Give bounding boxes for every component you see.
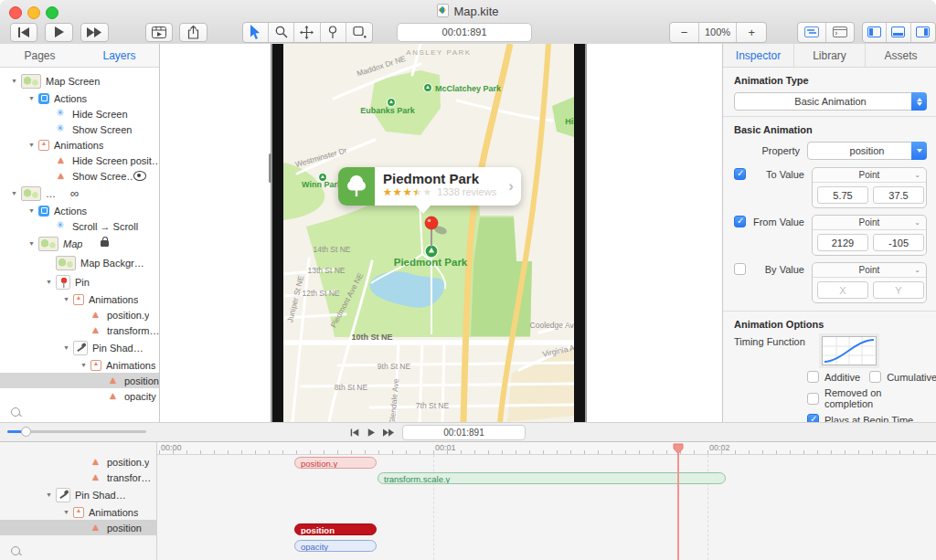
tab-layers[interactable]: Layers bbox=[80, 44, 159, 67]
toggle-right-panel-button[interactable] bbox=[911, 23, 935, 42]
callout-chevron-icon[interactable]: › bbox=[508, 177, 514, 195]
shape-tool[interactable] bbox=[346, 23, 372, 42]
pin-tool[interactable] bbox=[321, 23, 346, 42]
timing-function-curve[interactable] bbox=[822, 336, 877, 365]
slider-knob[interactable] bbox=[21, 427, 31, 437]
playhead-line[interactable] bbox=[677, 453, 679, 560]
by-value-y-field[interactable] bbox=[873, 281, 924, 299]
to-value-y-field[interactable] bbox=[873, 186, 924, 204]
zoom-in-button[interactable]: + bbox=[737, 23, 766, 42]
animation-bar[interactable]: position.y bbox=[294, 457, 377, 469]
zoom-level[interactable]: 100% bbox=[699, 23, 737, 42]
move-tool[interactable] bbox=[294, 23, 320, 42]
layer-row[interactable]: ▼Animations bbox=[0, 357, 159, 373]
disclosure-triangle-icon[interactable]: ▼ bbox=[11, 78, 21, 84]
titlebar[interactable]: Map.kite bbox=[0, 0, 936, 20]
from-value-y-field[interactable] bbox=[873, 234, 924, 251]
zoom-out-button[interactable]: − bbox=[670, 23, 699, 42]
mini-time-display[interactable]: 00:01:891 bbox=[402, 425, 526, 440]
layer-row[interactable]: ▼Map Screen bbox=[0, 71, 159, 90]
fast-forward-button[interactable] bbox=[80, 23, 109, 42]
disclosure-triangle-icon[interactable]: ▼ bbox=[28, 95, 38, 101]
phone-screen-map[interactable]: ANSLEY PARKMaddox Dr NEMcClatchey ParkEu… bbox=[283, 44, 574, 422]
map-callout[interactable]: Piedmont Park ★★★★★★★★★★ 1338 reviews › bbox=[338, 167, 521, 206]
additive-checkbox[interactable] bbox=[807, 371, 819, 383]
by-value-checkbox[interactable] bbox=[734, 263, 746, 275]
playhead-handle[interactable] bbox=[673, 443, 684, 454]
disclosure-triangle-icon[interactable]: ▼ bbox=[28, 207, 38, 214]
preview-button[interactable] bbox=[145, 23, 173, 42]
layer-row[interactable]: ▼Actions bbox=[0, 203, 159, 218]
zoom-tool[interactable] bbox=[269, 23, 294, 42]
layer-row[interactable]: Hide Screen bbox=[0, 106, 159, 122]
layer-row[interactable]: ▼Animations bbox=[0, 137, 159, 153]
layer-row[interactable]: ▼Animations bbox=[0, 291, 159, 307]
animation-type-popup[interactable]: Basic Animation bbox=[734, 92, 927, 111]
disclosure-triangle-icon[interactable]: ▼ bbox=[46, 279, 56, 285]
disclosure-triangle-icon[interactable]: ▼ bbox=[80, 362, 90, 368]
current-time-field[interactable]: 00:01:891 bbox=[397, 23, 532, 42]
tab-assets[interactable]: Assets bbox=[866, 44, 936, 67]
eye-icon[interactable] bbox=[133, 171, 146, 181]
to-value-checkbox[interactable] bbox=[734, 168, 746, 180]
disclosure-triangle-icon[interactable]: ▼ bbox=[28, 142, 38, 148]
from-value-type[interactable]: Point⌄ bbox=[813, 216, 926, 230]
animation-bar[interactable]: opacity bbox=[294, 540, 377, 552]
layer-row[interactable]: Hide Screen posit… bbox=[0, 153, 159, 168]
disclosure-triangle-icon[interactable]: ▼ bbox=[63, 344, 73, 351]
layer-row[interactable]: Scroll → Scroll bbox=[0, 218, 159, 234]
tab-library[interactable]: Library bbox=[794, 44, 866, 67]
disclosure-triangle-icon[interactable]: ▼ bbox=[46, 491, 56, 498]
layer-row[interactable]: Show Scree… bbox=[0, 168, 159, 184]
removed-on-completion-checkbox[interactable] bbox=[807, 393, 819, 405]
layer-row[interactable]: Show Screen bbox=[0, 122, 159, 137]
skip-to-start-button[interactable] bbox=[10, 23, 37, 42]
tab-pages[interactable]: Pages bbox=[0, 44, 80, 67]
layer-row[interactable]: ▼Pin Shad… bbox=[0, 485, 156, 504]
layer-row[interactable]: ▼Pin Shad… bbox=[0, 338, 159, 357]
to-value-type[interactable]: Point⌄ bbox=[813, 168, 926, 183]
layer-row[interactable]: transform… bbox=[0, 322, 159, 338]
layer-row[interactable]: Map Backgr… bbox=[0, 253, 159, 272]
layer-row[interactable]: transfor… bbox=[0, 470, 156, 485]
cumulative-checkbox[interactable] bbox=[869, 371, 881, 383]
timeline-view-button[interactable] bbox=[798, 23, 825, 42]
toggle-bottom-panel-button[interactable] bbox=[887, 23, 910, 42]
play-button[interactable] bbox=[45, 23, 72, 42]
layer-row[interactable]: ▼Pin bbox=[0, 272, 159, 291]
layer-row[interactable]: position.y bbox=[0, 307, 159, 322]
tab-inspector[interactable]: Inspector bbox=[723, 44, 794, 67]
play-icon[interactable] bbox=[367, 428, 375, 437]
layer-row[interactable]: ▼Animations bbox=[0, 504, 156, 520]
from-value-x-field[interactable] bbox=[817, 234, 868, 251]
timeline-ruler[interactable] bbox=[157, 442, 936, 455]
layer-row[interactable]: position bbox=[0, 373, 159, 388]
disclosure-triangle-icon[interactable]: ▼ bbox=[11, 190, 21, 196]
canvas[interactable]: ANSLEY PARKMaddox Dr NEMcClatchey ParkEu… bbox=[160, 44, 722, 422]
animation-bar[interactable]: position bbox=[294, 523, 377, 535]
by-value-type[interactable]: Point⌄ bbox=[813, 263, 926, 278]
from-value-checkbox[interactable] bbox=[734, 216, 746, 227]
layer-search[interactable] bbox=[0, 402, 159, 422]
fast-forward-icon[interactable] bbox=[383, 428, 394, 437]
toggle-left-panel-button[interactable] bbox=[863, 23, 887, 42]
disclosure-triangle-icon[interactable]: ▼ bbox=[63, 509, 73, 515]
code-view-button[interactable] bbox=[826, 23, 854, 42]
layer-row[interactable]: ▼…∞ bbox=[0, 184, 159, 203]
track-search[interactable] bbox=[0, 541, 156, 560]
layer-row[interactable]: position bbox=[0, 520, 156, 535]
property-popup[interactable]: position bbox=[807, 142, 927, 160]
layer-row[interactable]: ▼Actions bbox=[0, 90, 159, 106]
disclosure-triangle-icon[interactable]: ▼ bbox=[63, 296, 73, 302]
to-value-x-field[interactable] bbox=[817, 186, 868, 204]
share-button[interactable] bbox=[179, 23, 207, 42]
skip-to-start-icon[interactable] bbox=[350, 428, 359, 437]
disclosure-triangle-icon[interactable]: ▼ bbox=[28, 240, 38, 247]
layer-row[interactable]: opacity bbox=[0, 388, 159, 402]
layer-row[interactable]: ▼Map bbox=[0, 234, 159, 253]
select-tool[interactable] bbox=[243, 23, 269, 42]
animation-bar[interactable]: transform.scale.y bbox=[378, 472, 726, 484]
layer-row[interactable]: position.y bbox=[0, 454, 156, 470]
by-value-x-field[interactable] bbox=[817, 281, 868, 299]
layer-list-zoom-slider[interactable] bbox=[7, 430, 146, 433]
